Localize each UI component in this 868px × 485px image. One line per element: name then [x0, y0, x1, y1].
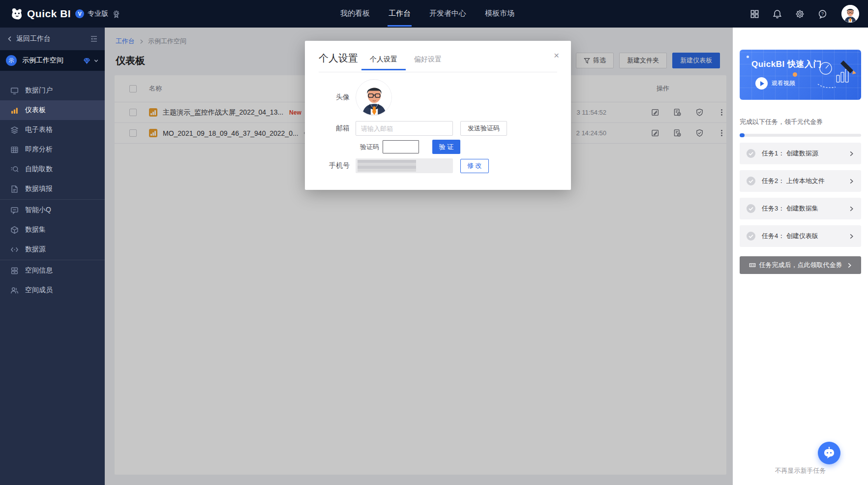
workspace-info-icon: [10, 267, 19, 275]
svg-text:?: ?: [821, 11, 824, 16]
sidebar-item-adhoc-analysis[interactable]: 即席分析: [0, 140, 105, 159]
check-circle-icon: [746, 204, 756, 213]
sidebar-divider: [0, 260, 105, 260]
bell-icon[interactable]: [773, 9, 782, 19]
sidebar-item-self-service-data[interactable]: 自助取数: [0, 159, 105, 179]
medal-icon[interactable]: [112, 10, 120, 18]
spreadsheet-icon: [10, 126, 19, 134]
watch-video-label: 观看视频: [772, 79, 795, 88]
back-chevron-icon: [7, 36, 13, 42]
edition-label: 专业版: [88, 9, 108, 18]
avatar-field-label: 头像: [305, 93, 356, 102]
dataset-icon: [10, 226, 19, 234]
nav-template-market[interactable]: 模板市场: [484, 0, 515, 28]
collapse-sidebar-icon[interactable]: [90, 35, 98, 43]
chevron-down-icon: [93, 58, 99, 63]
quickbi-logo-icon: [10, 7, 24, 21]
email-field-row: 邮箱 发送验证码: [305, 121, 507, 136]
banner-illustration: [811, 56, 858, 97]
check-circle-icon: [746, 176, 756, 186]
profile-avatar[interactable]: [356, 79, 392, 116]
sidebar-item-spreadsheet[interactable]: 电子表格: [0, 120, 105, 140]
smart-q-icon: [10, 206, 19, 214]
tab-preference-settings[interactable]: 偏好设置: [406, 55, 450, 70]
quickbi-app: Quick BI V 专业版 我的看板 工作台 开发者中心 模板市场: [0, 0, 868, 485]
nav-workbench[interactable]: 工作台: [388, 0, 412, 28]
hide-new-user-tasks[interactable]: 不再显示新手任务: [733, 466, 868, 475]
check-circle-icon: [746, 149, 756, 158]
modal-tabs: 个人设置 偏好设置: [361, 55, 450, 70]
data-entry-icon: [10, 185, 19, 193]
user-avatar-image: [841, 5, 859, 23]
task-item-1[interactable]: 任务1： 创建数据源: [740, 143, 861, 164]
phone-number-masked: [356, 158, 453, 173]
workspace-level-icon: [83, 57, 90, 64]
help-chat-bubble[interactable]: [818, 442, 840, 464]
adhoc-analysis-icon: [10, 146, 19, 154]
tasks-progress-text: 完成以下任务，领千元代金券: [740, 118, 861, 126]
gear-icon[interactable]: [795, 9, 805, 19]
modify-phone-button[interactable]: 修 改: [460, 159, 489, 173]
chevron-right-icon: [849, 206, 854, 212]
sidebar-item-workspace-info[interactable]: 空间信息: [0, 261, 105, 280]
task-item-3[interactable]: 任务3： 创建数据集: [740, 198, 861, 219]
coupon-label: 任务完成后，点此领取代金券: [759, 261, 842, 270]
code-field-row: 验证码 验 证: [305, 140, 460, 154]
data-portal-icon: [10, 87, 19, 95]
pro-badge-icon: V: [75, 9, 84, 18]
chevron-right-icon: [847, 263, 852, 268]
sidebar-item-data-portal[interactable]: 数据门户: [0, 81, 105, 100]
sidebar-divider: [0, 199, 105, 200]
chat-face-icon: [823, 447, 836, 459]
quickstart-banner[interactable]: QuickBI 快速入门 观看视频: [740, 50, 861, 100]
sidebar-item-data-entry[interactable]: 数据填报: [0, 179, 105, 199]
claim-coupon-bar[interactable]: 任务完成后，点此领取代金券: [740, 256, 861, 274]
sidebar-menu: 数据门户 仪表板 电子表格 即席分析: [0, 81, 105, 300]
workspace-avatar: 示: [6, 55, 17, 66]
tab-personal-settings[interactable]: 个人设置: [361, 55, 406, 70]
nav-developer-center[interactable]: 开发者中心: [428, 0, 467, 28]
profile-avatar-image: [356, 80, 392, 116]
close-icon[interactable]: ×: [552, 49, 561, 62]
quickbi-logo[interactable]: Quick BI V 专业版: [10, 7, 120, 21]
sidebar-item-dataset[interactable]: 数据集: [0, 220, 105, 240]
phone-field-row: 手机号 修 改: [305, 158, 489, 173]
banner-dot: [793, 72, 797, 77]
sidebar-item-workspace-members[interactable]: 空间成员: [0, 280, 105, 300]
apps-grid-icon[interactable]: [750, 9, 759, 19]
progress-fill: [740, 133, 745, 137]
chevron-right-icon: [849, 179, 854, 184]
play-icon: [755, 77, 768, 90]
code-field-label: 验证码: [360, 143, 379, 152]
task-item-4[interactable]: 任务4： 创建仪表版: [740, 225, 861, 247]
sidebar-item-datasource[interactable]: 数据源: [0, 240, 105, 259]
datasource-icon: [10, 245, 19, 254]
banner-dot: [747, 56, 749, 58]
modal-header-divider: [319, 72, 557, 72]
help-icon[interactable]: ?: [818, 9, 827, 19]
sidebar-item-smart-q[interactable]: 智能小Q: [0, 200, 105, 220]
email-input[interactable]: [356, 121, 453, 136]
top-bar-actions: ?: [750, 0, 859, 28]
tasks-progress-bar: [740, 134, 861, 137]
personal-settings-modal: 个人设置 个人设置 偏好设置 × 头像 邮箱 发送验证码 验证码 验 证 手机号…: [305, 41, 571, 190]
avatar-field-row: 头像: [305, 79, 392, 116]
top-bar: Quick BI V 专业版 我的看板 工作台 开发者中心 模板市场: [0, 0, 868, 28]
chevron-right-icon: [849, 151, 854, 156]
task-item-2[interactable]: 任务2： 上传本地文件: [740, 170, 861, 192]
verify-button[interactable]: 验 证: [432, 140, 460, 154]
workspace-members-icon: [10, 286, 19, 295]
back-to-workbench[interactable]: 返回工作台: [0, 28, 105, 50]
chevron-right-icon: [849, 234, 854, 239]
send-code-button[interactable]: 发送验证码: [460, 121, 507, 136]
sidebar: 返回工作台 示 示例工作空间 数据门户: [0, 28, 105, 485]
user-avatar[interactable]: [841, 5, 859, 23]
watch-video-button[interactable]: 观看视频: [751, 77, 795, 90]
onboarding-panel: QuickBI 快速入门 观看视频 完成以下任务，领千元代金券: [733, 28, 868, 485]
sidebar-item-dashboard[interactable]: 仪表板: [0, 100, 105, 120]
data-retrieval-icon: [10, 165, 19, 174]
phone-blur-mosaic: [358, 160, 416, 172]
workspace-switcher[interactable]: 示 示例工作空间: [0, 50, 105, 71]
nav-my-dashboards[interactable]: 我的看板: [339, 0, 371, 28]
verification-code-input[interactable]: [383, 140, 419, 153]
